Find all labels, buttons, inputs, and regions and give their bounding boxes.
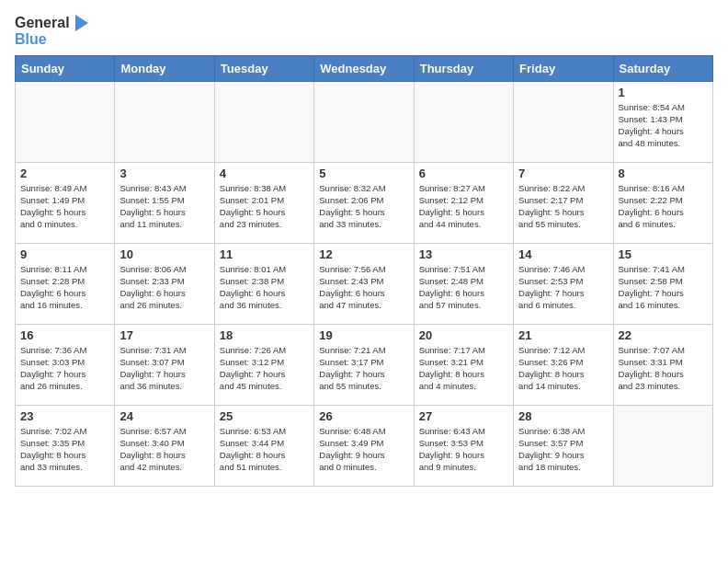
calendar-week-2: 2Sunrise: 8:49 AM Sunset: 1:49 PM Daylig… bbox=[16, 162, 713, 243]
calendar-cell: 5Sunrise: 8:32 AM Sunset: 2:06 PM Daylig… bbox=[314, 162, 414, 243]
day-number: 14 bbox=[518, 247, 608, 261]
day-number: 8 bbox=[619, 167, 708, 180]
calendar-week-5: 23Sunrise: 7:02 AM Sunset: 3:35 PM Dayli… bbox=[16, 405, 713, 486]
day-info: Sunrise: 7:17 AM Sunset: 3:21 PM Dayligh… bbox=[419, 344, 508, 393]
calendar-cell: 28Sunrise: 6:38 AM Sunset: 3:57 PM Dayli… bbox=[514, 405, 613, 486]
logo-container: General Blue bbox=[15, 15, 90, 48]
logo: General Blue bbox=[15, 15, 90, 48]
calendar-cell bbox=[514, 81, 613, 162]
calendar-cell: 6Sunrise: 8:27 AM Sunset: 2:12 PM Daylig… bbox=[414, 162, 513, 243]
calendar-cell bbox=[214, 81, 313, 162]
day-number: 6 bbox=[419, 167, 508, 180]
calendar-cell: 12Sunrise: 7:56 AM Sunset: 2:43 PM Dayli… bbox=[314, 243, 414, 324]
day-info: Sunrise: 7:41 AM Sunset: 2:58 PM Dayligh… bbox=[619, 263, 708, 312]
day-number: 26 bbox=[319, 409, 408, 423]
day-number: 2 bbox=[20, 167, 109, 180]
calendar-cell: 4Sunrise: 8:38 AM Sunset: 2:01 PM Daylig… bbox=[214, 162, 313, 243]
calendar-cell: 20Sunrise: 7:17 AM Sunset: 3:21 PM Dayli… bbox=[414, 324, 513, 405]
calendar-cell: 8Sunrise: 8:16 AM Sunset: 2:22 PM Daylig… bbox=[613, 162, 712, 243]
weekday-header-row: SundayMondayTuesdayWednesdayThursdayFrid… bbox=[16, 55, 713, 81]
day-info: Sunrise: 7:07 AM Sunset: 3:31 PM Dayligh… bbox=[619, 344, 708, 393]
calendar-cell: 21Sunrise: 7:12 AM Sunset: 3:26 PM Dayli… bbox=[514, 324, 613, 405]
calendar-cell: 2Sunrise: 8:49 AM Sunset: 1:49 PM Daylig… bbox=[16, 162, 115, 243]
day-info: Sunrise: 7:12 AM Sunset: 3:26 PM Dayligh… bbox=[518, 344, 608, 393]
weekday-header-saturday: Saturday bbox=[613, 55, 712, 81]
calendar-cell: 14Sunrise: 7:46 AM Sunset: 2:53 PM Dayli… bbox=[514, 243, 613, 324]
calendar-cell: 11Sunrise: 8:01 AM Sunset: 2:38 PM Dayli… bbox=[214, 243, 313, 324]
day-number: 18 bbox=[220, 328, 309, 342]
calendar-cell: 3Sunrise: 8:43 AM Sunset: 1:55 PM Daylig… bbox=[115, 162, 214, 243]
day-info: Sunrise: 8:38 AM Sunset: 2:01 PM Dayligh… bbox=[220, 182, 309, 231]
day-info: Sunrise: 7:02 AM Sunset: 3:35 PM Dayligh… bbox=[20, 425, 109, 474]
calendar-header: SundayMondayTuesdayWednesdayThursdayFrid… bbox=[16, 55, 713, 81]
day-info: Sunrise: 6:57 AM Sunset: 3:40 PM Dayligh… bbox=[119, 425, 209, 474]
calendar-cell: 19Sunrise: 7:21 AM Sunset: 3:17 PM Dayli… bbox=[314, 324, 414, 405]
day-info: Sunrise: 7:26 AM Sunset: 3:12 PM Dayligh… bbox=[220, 344, 309, 393]
day-info: Sunrise: 7:31 AM Sunset: 3:07 PM Dayligh… bbox=[119, 344, 209, 393]
calendar-body: 1Sunrise: 8:54 AM Sunset: 1:43 PM Daylig… bbox=[16, 81, 713, 486]
day-info: Sunrise: 8:32 AM Sunset: 2:06 PM Dayligh… bbox=[319, 182, 408, 231]
day-info: Sunrise: 7:46 AM Sunset: 2:53 PM Dayligh… bbox=[518, 263, 608, 312]
calendar-week-4: 16Sunrise: 7:36 AM Sunset: 3:03 PM Dayli… bbox=[16, 324, 713, 405]
logo-general: General bbox=[15, 15, 70, 31]
day-number: 5 bbox=[319, 167, 408, 180]
weekday-header-monday: Monday bbox=[115, 55, 214, 81]
day-info: Sunrise: 6:53 AM Sunset: 3:44 PM Dayligh… bbox=[220, 425, 309, 474]
calendar-cell: 24Sunrise: 6:57 AM Sunset: 3:40 PM Dayli… bbox=[115, 405, 214, 486]
calendar-cell: 1Sunrise: 8:54 AM Sunset: 1:43 PM Daylig… bbox=[613, 81, 712, 162]
calendar-cell bbox=[115, 81, 214, 162]
day-info: Sunrise: 8:43 AM Sunset: 1:55 PM Dayligh… bbox=[119, 182, 209, 231]
day-number: 16 bbox=[20, 328, 109, 342]
day-number: 25 bbox=[220, 409, 309, 423]
day-number: 11 bbox=[220, 247, 309, 261]
weekday-header-sunday: Sunday bbox=[16, 55, 115, 81]
day-number: 7 bbox=[518, 167, 608, 180]
day-info: Sunrise: 7:21 AM Sunset: 3:17 PM Dayligh… bbox=[319, 344, 408, 393]
calendar-cell bbox=[16, 81, 115, 162]
day-number: 17 bbox=[119, 328, 209, 342]
header: General Blue bbox=[15, 15, 713, 48]
calendar-cell: 10Sunrise: 8:06 AM Sunset: 2:33 PM Dayli… bbox=[115, 243, 214, 324]
calendar-week-1: 1Sunrise: 8:54 AM Sunset: 1:43 PM Daylig… bbox=[16, 81, 713, 162]
calendar-cell: 25Sunrise: 6:53 AM Sunset: 3:44 PM Dayli… bbox=[214, 405, 313, 486]
day-info: Sunrise: 8:16 AM Sunset: 2:22 PM Dayligh… bbox=[619, 182, 708, 231]
day-number: 21 bbox=[518, 328, 608, 342]
calendar-cell: 23Sunrise: 7:02 AM Sunset: 3:35 PM Dayli… bbox=[16, 405, 115, 486]
calendar-cell: 16Sunrise: 7:36 AM Sunset: 3:03 PM Dayli… bbox=[16, 324, 115, 405]
day-info: Sunrise: 8:49 AM Sunset: 1:49 PM Dayligh… bbox=[20, 182, 109, 231]
day-number: 3 bbox=[119, 167, 209, 180]
day-number: 15 bbox=[619, 247, 708, 261]
day-info: Sunrise: 6:43 AM Sunset: 3:53 PM Dayligh… bbox=[419, 425, 508, 474]
day-number: 24 bbox=[119, 409, 209, 423]
svg-marker-0 bbox=[75, 15, 88, 31]
weekday-header-tuesday: Tuesday bbox=[214, 55, 313, 81]
calendar-cell: 15Sunrise: 7:41 AM Sunset: 2:58 PM Dayli… bbox=[613, 243, 712, 324]
calendar-cell bbox=[314, 81, 414, 162]
day-number: 19 bbox=[319, 328, 408, 342]
calendar-cell: 7Sunrise: 8:22 AM Sunset: 2:17 PM Daylig… bbox=[514, 162, 613, 243]
logo-arrow-icon bbox=[72, 15, 90, 31]
calendar-cell: 27Sunrise: 6:43 AM Sunset: 3:53 PM Dayli… bbox=[414, 405, 513, 486]
day-info: Sunrise: 6:48 AM Sunset: 3:49 PM Dayligh… bbox=[319, 425, 408, 474]
day-number: 28 bbox=[518, 409, 608, 423]
calendar-cell: 26Sunrise: 6:48 AM Sunset: 3:49 PM Dayli… bbox=[314, 405, 414, 486]
day-info: Sunrise: 8:06 AM Sunset: 2:33 PM Dayligh… bbox=[119, 263, 209, 312]
weekday-header-wednesday: Wednesday bbox=[314, 55, 414, 81]
day-number: 12 bbox=[319, 247, 408, 261]
day-number: 1 bbox=[619, 86, 708, 99]
weekday-header-friday: Friday bbox=[514, 55, 613, 81]
calendar: SundayMondayTuesdayWednesdayThursdayFrid… bbox=[15, 55, 713, 487]
day-number: 23 bbox=[20, 409, 109, 423]
day-info: Sunrise: 8:01 AM Sunset: 2:38 PM Dayligh… bbox=[220, 263, 309, 312]
day-info: Sunrise: 6:38 AM Sunset: 3:57 PM Dayligh… bbox=[518, 425, 608, 474]
calendar-cell bbox=[613, 405, 712, 486]
logo-blue: Blue bbox=[15, 31, 90, 48]
day-number: 10 bbox=[119, 247, 209, 261]
weekday-header-thursday: Thursday bbox=[414, 55, 513, 81]
calendar-week-3: 9Sunrise: 8:11 AM Sunset: 2:28 PM Daylig… bbox=[16, 243, 713, 324]
day-info: Sunrise: 7:36 AM Sunset: 3:03 PM Dayligh… bbox=[20, 344, 109, 393]
day-number: 22 bbox=[619, 328, 708, 342]
day-info: Sunrise: 8:22 AM Sunset: 2:17 PM Dayligh… bbox=[518, 182, 608, 231]
day-info: Sunrise: 7:56 AM Sunset: 2:43 PM Dayligh… bbox=[319, 263, 408, 312]
calendar-cell: 13Sunrise: 7:51 AM Sunset: 2:48 PM Dayli… bbox=[414, 243, 513, 324]
